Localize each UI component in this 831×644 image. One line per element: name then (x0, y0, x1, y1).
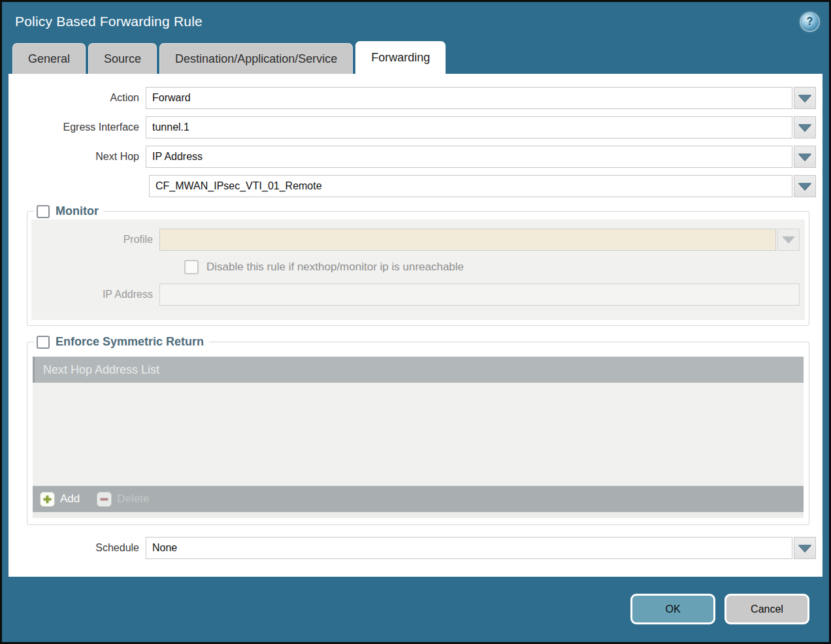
table-header: Next Hop Address List (33, 357, 804, 383)
enforce-symmetric-return-section: Enforce Symmetric Return Next Hop Addres… (27, 335, 809, 525)
table-header-label: Next Hop Address List (43, 363, 159, 377)
tab-bar: General Source Destination/Application/S… (2, 41, 829, 74)
chevron-down-icon (782, 236, 795, 244)
monitor-legend-label: Monitor (56, 204, 99, 218)
schedule-row: Schedule (8, 537, 816, 559)
minus-icon (97, 492, 112, 507)
enforce-symmetric-return-legend-label: Enforce Symmetric Return (56, 335, 204, 349)
table-footer: Add Delete (33, 486, 804, 512)
schedule-label: Schedule (8, 542, 146, 554)
egress-interface-row: Egress Interface (8, 116, 816, 138)
chevron-down-icon (798, 183, 811, 190)
add-button-label: Add (60, 492, 80, 506)
schedule-dropdown-button[interactable] (794, 537, 816, 559)
next-hop-address-table: Next Hop Address List Add (33, 357, 804, 518)
tab-destination-application-service[interactable]: Destination/Application/Service (159, 43, 353, 74)
disable-rule-checkbox[interactable] (184, 260, 199, 274)
monitor-legend: Monitor (34, 204, 104, 218)
egress-interface-input[interactable] (146, 116, 792, 138)
pbf-rule-dialog: Policy Based Forwarding Rule ? General S… (0, 0, 831, 644)
chevron-down-icon (798, 124, 811, 131)
disable-rule-label: Disable this rule if nexthop/monitor ip … (206, 261, 464, 274)
action-label: Action (8, 92, 146, 104)
next-hop-address-input[interactable] (149, 175, 792, 197)
ok-button[interactable]: OK (630, 594, 715, 624)
next-hop-dropdown-button[interactable] (794, 146, 816, 168)
enforce-symmetric-return-checkbox[interactable] (37, 336, 50, 349)
next-hop-address-dropdown-button[interactable] (794, 175, 816, 197)
next-hop-row: Next Hop (8, 146, 816, 168)
dialog-title: Policy Based Forwarding Rule (15, 14, 203, 29)
plus-icon (40, 492, 55, 507)
delete-button-label: Delete (117, 492, 149, 506)
help-glyph: ? (807, 16, 813, 27)
next-hop-label: Next Hop (8, 151, 146, 163)
action-input[interactable] (146, 87, 792, 109)
next-hop-type-input[interactable] (146, 146, 792, 168)
dialog-footer: OK Cancel (2, 577, 829, 642)
action-row: Action (8, 87, 816, 109)
action-dropdown-button[interactable] (794, 87, 816, 109)
monitor-ip-label: IP Address (31, 289, 159, 300)
chevron-down-icon (798, 153, 811, 161)
add-button[interactable]: Add (40, 492, 80, 507)
monitor-panel: Profile Disable this rule if nexthop/mon… (31, 219, 805, 320)
egress-interface-label: Egress Interface (8, 121, 146, 133)
disable-rule-row: Disable this rule if nexthop/monitor ip … (184, 260, 800, 274)
table-body-empty[interactable] (33, 383, 804, 486)
tab-source[interactable]: Source (88, 43, 157, 74)
next-hop-address-row (8, 175, 816, 197)
profile-row: Profile (31, 229, 800, 251)
tab-general[interactable]: General (12, 43, 86, 74)
schedule-input[interactable] (146, 537, 792, 559)
monitor-section: Monitor Profile Disable this rule if nex… (27, 204, 809, 326)
chevron-down-icon (798, 545, 811, 552)
titlebar: Policy Based Forwarding Rule ? (2, 2, 829, 41)
help-icon[interactable]: ? (801, 13, 819, 31)
profile-label: Profile (31, 234, 159, 246)
chevron-down-icon (798, 95, 811, 102)
egress-interface-dropdown-button[interactable] (794, 116, 816, 138)
monitor-ip-row: IP Address (31, 283, 800, 306)
monitor-ip-input[interactable] (159, 283, 800, 306)
enforce-symmetric-return-legend: Enforce Symmetric Return (34, 335, 209, 349)
forwarding-tab-panel: Action Egress Interface Next Hop (8, 74, 823, 577)
cancel-button[interactable]: Cancel (725, 594, 809, 624)
profile-dropdown-button[interactable] (777, 229, 800, 251)
delete-button[interactable]: Delete (97, 492, 149, 507)
monitor-checkbox[interactable] (37, 205, 50, 218)
tab-forwarding[interactable]: Forwarding (355, 41, 446, 74)
profile-input[interactable] (159, 229, 776, 251)
